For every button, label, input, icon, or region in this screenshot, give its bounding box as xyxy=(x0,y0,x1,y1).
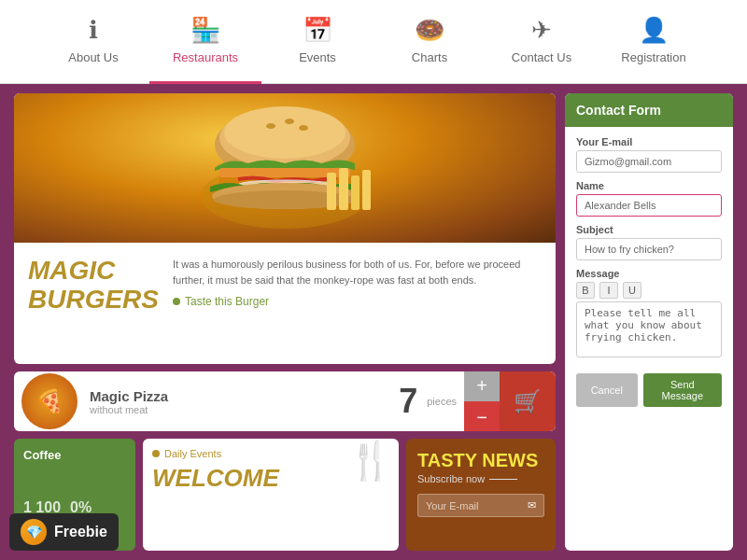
contact-form-header: Contact Form xyxy=(565,93,733,127)
freebie-label: Freebie xyxy=(54,524,107,540)
news-email-placeholder: Your E-mail xyxy=(426,500,478,511)
taste-link[interactable]: Taste this Burger xyxy=(173,295,542,308)
contact-form-body: Your E-mail Name Subject Message B I U C… xyxy=(565,127,733,416)
nav-charts[interactable]: 🍩 Charts xyxy=(374,0,486,84)
news-card: TASTY NEWS Subscribe now Your E-mail ✉ xyxy=(406,439,556,551)
pizza-image: 🍕 xyxy=(21,373,78,429)
name-label: Name xyxy=(576,180,722,191)
contact-form: Contact Form Your E-mail Name Subject Me… xyxy=(565,93,733,551)
subject-input[interactable] xyxy=(576,238,722,260)
nav-events[interactable]: 📅 Events xyxy=(261,0,374,84)
subject-label: Subject xyxy=(576,224,722,235)
navigation: ℹ About Us 🏪 Restaurants 📅 Events 🍩 Char… xyxy=(0,0,747,84)
send-message-button[interactable]: Send Message xyxy=(643,373,722,407)
burger-card: MAGIC BURGERS It was a humorously perilo… xyxy=(14,93,556,364)
cancel-button[interactable]: Cancel xyxy=(576,373,638,407)
right-panel: Contact Form Your E-mail Name Subject Me… xyxy=(565,93,733,551)
svg-rect-15 xyxy=(362,170,371,210)
nav-contact[interactable]: ✈ Contact Us xyxy=(486,0,598,84)
nav-charts-label: Charts xyxy=(412,50,447,64)
pizza-decrease-button[interactable]: − xyxy=(464,401,500,431)
message-textarea[interactable] xyxy=(576,301,722,357)
nav-contact-label: Contact Us xyxy=(512,50,571,64)
fork-decoration: 🍴 xyxy=(347,439,394,483)
nav-events-label: Events xyxy=(299,50,336,64)
nav-about-label: About Us xyxy=(68,50,118,64)
pizza-controls: + − xyxy=(464,371,500,431)
pizza-card: 🍕 Magic Pizza without meat 7 pieces + − … xyxy=(14,371,556,431)
nav-about[interactable]: ℹ About Us xyxy=(37,0,149,84)
store-icon: 🏪 xyxy=(190,16,220,45)
pizza-count: 7 xyxy=(389,382,427,421)
svg-rect-14 xyxy=(351,175,359,210)
calendar-icon: 📅 xyxy=(303,16,332,45)
left-panel: MAGIC BURGERS It was a humorously perilo… xyxy=(14,93,556,551)
italic-button[interactable]: I xyxy=(599,282,618,299)
nav-registration[interactable]: 👤 Registration xyxy=(598,0,710,84)
pizza-quantity: 7 pieces xyxy=(382,382,464,421)
taste-dot-icon xyxy=(173,298,180,305)
info-icon: ℹ xyxy=(89,16,98,45)
send-icon: ✈ xyxy=(531,16,552,45)
email-input[interactable] xyxy=(576,150,722,173)
coffee-label: Coffee xyxy=(23,448,126,462)
bold-button[interactable]: B xyxy=(576,282,595,299)
burger-title-line2: BURGERS xyxy=(28,285,159,314)
nav-restaurants[interactable]: 🏪 Restaurants xyxy=(149,0,261,84)
sketch-icon: 💎 xyxy=(21,519,47,545)
news-email-icon: ✉ xyxy=(528,499,536,511)
pizza-name: Magic Pizza xyxy=(90,388,377,404)
chart-icon: 🍩 xyxy=(415,16,444,45)
pizza-count-label: pieces xyxy=(427,396,457,407)
events-dot-icon xyxy=(152,450,160,457)
svg-rect-13 xyxy=(339,168,348,210)
burger-illustration xyxy=(191,103,378,233)
news-email-input[interactable]: Your E-mail ✉ xyxy=(417,494,544,517)
svg-point-6 xyxy=(299,125,308,131)
burger-title: MAGIC BURGERS xyxy=(28,257,159,350)
events-card: Daily Events WELCOME 🍴 xyxy=(143,439,399,551)
burger-title-line1: MAGIC xyxy=(28,256,115,285)
taste-link-label: Taste this Burger xyxy=(185,295,269,308)
message-toolbar: B I U xyxy=(576,282,722,299)
form-actions: Cancel Send Message xyxy=(576,373,722,407)
burger-description: It was a humorously perilous business fo… xyxy=(173,257,542,287)
news-line-decoration xyxy=(489,479,517,480)
events-daily-label: Daily Events xyxy=(164,448,221,459)
burger-image xyxy=(14,93,556,243)
svg-point-3 xyxy=(224,106,345,159)
name-input[interactable] xyxy=(576,194,722,217)
burger-info: MAGIC BURGERS It was a humorously perilo… xyxy=(14,243,556,364)
nav-restaurants-label: Restaurants xyxy=(173,50,238,64)
pizza-increase-button[interactable]: + xyxy=(464,371,500,401)
email-label: Your E-mail xyxy=(576,136,722,147)
nav-registration-label: Registration xyxy=(621,50,685,64)
svg-point-4 xyxy=(266,123,275,129)
svg-rect-12 xyxy=(327,173,336,210)
user-icon: 👤 xyxy=(639,16,669,45)
svg-point-5 xyxy=(285,119,294,124)
pizza-info: Magic Pizza without meat xyxy=(85,384,382,420)
news-title: TASTY NEWS xyxy=(417,450,544,471)
news-subtitle: Subscribe now xyxy=(417,473,544,484)
freebie-badge: 💎 Freebie xyxy=(9,513,119,551)
message-label: Message xyxy=(576,268,722,279)
main-content: MAGIC BURGERS It was a humorously perilo… xyxy=(0,84,747,560)
burger-description-area: It was a humorously perilous business fo… xyxy=(173,257,542,350)
pizza-subtitle: without meat xyxy=(90,404,377,415)
underline-button[interactable]: U xyxy=(623,282,641,299)
add-to-cart-button[interactable]: 🛒 xyxy=(500,371,556,431)
news-subtitle-text: Subscribe now xyxy=(417,473,485,484)
